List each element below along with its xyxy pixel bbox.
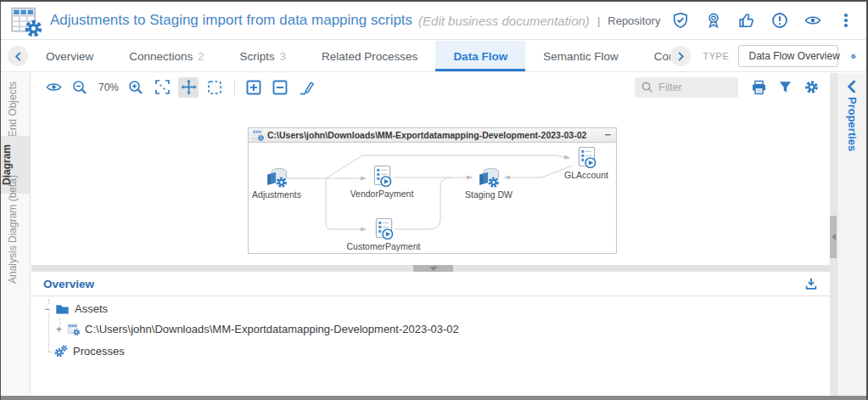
node-staging-dw[interactable]: Staging DW	[442, 166, 535, 200]
edit-documentation-hint[interactable]: (Edit business documentation)	[418, 14, 590, 28]
tree-item-label: C:\Users\john\Downloads\MM-Exportdatamap…	[85, 323, 459, 335]
print-button[interactable]	[748, 77, 769, 98]
diagram-toolbar: 70%	[31, 73, 830, 101]
tab-overview[interactable]: Overview	[28, 41, 111, 71]
table-gear-icon	[252, 129, 264, 141]
marquee-select-icon	[207, 80, 222, 95]
node-vendorpayment[interactable]: VendorPayment	[335, 165, 428, 199]
alert-circle-icon[interactable]	[771, 12, 788, 29]
preview-eye-button[interactable]	[43, 77, 64, 98]
chevron-right-icon	[676, 52, 686, 61]
side-tab-end-objects[interactable]: End Objects	[7, 82, 19, 137]
folder-icon	[55, 303, 70, 315]
tree-item-processes[interactable]: Processes	[53, 344, 125, 358]
properties-panel-collapsed: Properties	[837, 73, 866, 396]
node-label: CustomerPayment	[337, 241, 430, 251]
zoom-out-icon	[72, 80, 87, 95]
fit-to-screen-button[interactable]	[152, 77, 172, 98]
eye-icon	[46, 80, 62, 94]
app-window: Adjustments to Staging import from data …	[0, 0, 868, 400]
download-icon[interactable]	[804, 277, 818, 290]
toolbar-separator	[234, 80, 235, 95]
side-tab-analysis-diagram[interactable]: Analysis Diagram (beta)	[7, 175, 19, 284]
funnel-icon	[778, 80, 792, 94]
tree-item-asset-path[interactable]: + C:\Users\john\Downloads\MM-Exportdatam…	[55, 323, 459, 335]
left-diagram-tabs: End Objects Diagram Analysis Diagram (be…	[1, 73, 31, 396]
tree-item-assets[interactable]: − Assets	[43, 302, 108, 315]
vertical-splitter[interactable]	[830, 73, 837, 396]
asset-container[interactable]: C:\Users\john\Downloads\MM-Exportdatamap…	[248, 127, 617, 254]
overview-title: Overview	[43, 278, 94, 290]
kebab-menu-icon[interactable]	[837, 12, 854, 29]
tab-connections[interactable]: Connections2	[111, 41, 221, 71]
horizontal-splitter[interactable]	[31, 265, 830, 272]
node-adjustments[interactable]: Adjustments	[230, 166, 323, 200]
tab-data-flow[interactable]: Data Flow	[435, 41, 525, 71]
zoom-level[interactable]: 70%	[98, 82, 119, 93]
pan-mode-button[interactable]	[178, 77, 199, 98]
splitter-grip[interactable]	[413, 265, 453, 272]
eye-icon[interactable]	[804, 12, 821, 29]
expand-icon	[246, 80, 261, 95]
tabs-scroll-left-button[interactable]	[8, 46, 28, 66]
tab-scripts[interactable]: Scripts3	[222, 41, 305, 71]
script-play-icon	[577, 146, 596, 168]
tab-semantic-flow[interactable]: Semantic Flow	[525, 41, 636, 71]
properties-panel-label[interactable]: Properties	[846, 97, 859, 151]
print-icon	[751, 80, 767, 95]
tab-related-processes[interactable]: Related Processes	[304, 41, 435, 71]
filter-box[interactable]	[635, 77, 738, 98]
tree-collapse-toggle[interactable]: −	[43, 305, 51, 313]
overview-tree: − Assets + C:\Users\john\Downloads\MM-Ex…	[31, 296, 830, 390]
overview-header: Overview	[31, 272, 830, 296]
asset-container-title: C:\Users\john\Downloads\MM-Exportdatamap…	[267, 130, 586, 140]
highlighter-icon	[299, 80, 314, 95]
type-label: TYPE	[703, 51, 729, 61]
shield-check-icon[interactable]	[672, 12, 689, 29]
gears-icon	[53, 344, 68, 358]
collapse-all-button[interactable]	[270, 77, 290, 98]
header-actions	[672, 12, 854, 29]
collapse-container-button[interactable]: −	[604, 131, 611, 139]
diagram-canvas[interactable]: C:\Users\john\Downloads\MM-Exportdatamap…	[31, 101, 830, 265]
zoom-in-button[interactable]	[126, 77, 146, 98]
collapse-left-arrow-icon	[832, 234, 836, 240]
script-play-icon	[374, 217, 394, 239]
filter-input[interactable]	[658, 82, 731, 93]
asset-container-body: Adjustments VendorPayment Staging DW GLA…	[248, 143, 617, 254]
expand-properties-chevron-icon[interactable]	[845, 80, 859, 93]
gear-icon	[804, 79, 820, 95]
tree-item-label: Assets	[75, 302, 108, 315]
diagram-type-value: Data Flow Overview	[749, 50, 840, 62]
database-process-icon	[263, 166, 290, 188]
page-title: Adjustments to Staging import from data …	[50, 12, 412, 29]
title-divider: |	[597, 14, 600, 27]
highlighter-button[interactable]	[296, 77, 316, 98]
fit-screen-icon	[154, 79, 171, 95]
diagram-settings-gear-icon[interactable]	[850, 48, 857, 65]
collapse-down-arrow-icon	[429, 267, 438, 271]
tree-expand-toggle[interactable]: +	[55, 325, 63, 334]
chevron-left-icon	[14, 52, 23, 61]
repository-label[interactable]: Repository	[608, 14, 660, 27]
asset-container-header[interactable]: C:\Users\john\Downloads\MM-Exportdatamap…	[248, 127, 617, 143]
splitter-grip[interactable]	[830, 216, 837, 258]
script-play-icon	[372, 165, 392, 187]
zoom-out-button[interactable]	[70, 77, 90, 98]
database-process-icon	[475, 166, 502, 188]
diagram-type-select[interactable]: Data Flow Overview	[738, 45, 838, 67]
table-gear-icon	[67, 323, 80, 335]
node-glaccount[interactable]: GLAccount	[540, 146, 633, 180]
certificate-badge-icon[interactable]	[705, 12, 722, 29]
toolbar-settings-button[interactable]	[801, 77, 821, 98]
filter-funnel-button[interactable]	[775, 77, 795, 98]
tab-bar: Overview Connections2 Scripts3 Related P…	[1, 41, 866, 72]
expand-all-button[interactable]	[244, 77, 264, 98]
node-customerpayment[interactable]: CustomerPayment	[337, 217, 430, 251]
search-icon	[641, 82, 652, 93]
marquee-select-button[interactable]	[204, 77, 225, 98]
tab-comments[interactable]: Comm	[636, 41, 671, 71]
process-document-icon	[9, 4, 42, 37]
thumbs-up-icon[interactable]	[738, 12, 755, 29]
tabs-scroll-right-button[interactable]	[670, 46, 691, 66]
